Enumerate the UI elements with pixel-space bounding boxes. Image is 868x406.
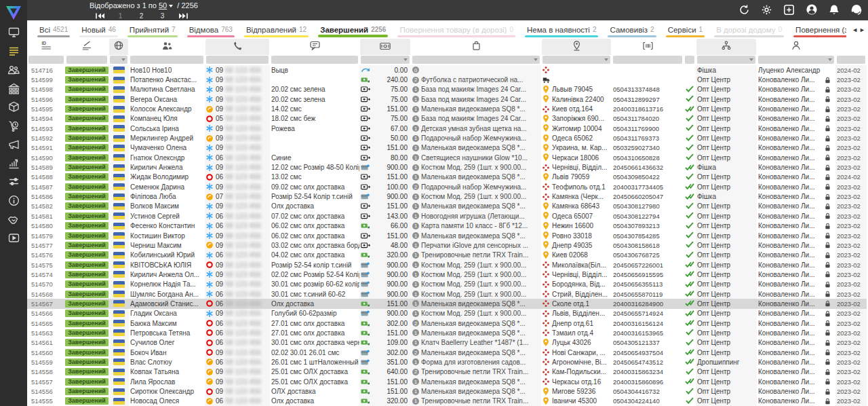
tab-самовивіз[interactable]: Самовивіз2 — [603, 20, 660, 39]
notifications-bell-icon[interactable] — [829, 4, 840, 16]
page-button-1[interactable]: 1 — [110, 12, 131, 20]
sidebar-item-orders[interactable] — [0, 43, 27, 62]
tab-прийнятий[interactable]: Прийнятий7 — [123, 20, 182, 39]
order-row-514586[interactable]: 514586ЗавершенийФіліпова Люба0758 123 45… — [27, 191, 868, 201]
order-row-514556[interactable]: 514556ЗавершенийСиротюк Олександр0958 12… — [27, 386, 868, 396]
sidebar-item-info[interactable] — [0, 193, 27, 212]
filter-sum-input[interactable] — [361, 56, 410, 64]
settings-gear-icon[interactable] — [761, 4, 772, 16]
order-row-514580[interactable]: 514580ЗавершенийФесенко Константин0658 1… — [27, 221, 868, 231]
order-row-514568[interactable]: 514568ЗавершенийШумляс Богдана Ан...0658… — [27, 289, 868, 299]
column-header-source[interactable] — [696, 39, 756, 55]
order-row-514555[interactable]: 514555ЗавершенийНовосад Олеся0658 123 45… — [27, 396, 868, 406]
sidebar-item-dashboard[interactable] — [0, 24, 27, 43]
order-row-514567[interactable]: 514567ЗавершенийАдамовский Станис...0658… — [27, 299, 868, 308]
column-header-comment[interactable] — [270, 39, 359, 55]
order-row-514566[interactable]: 514566ЗавершенийГладик Оксана0958 123 45… — [27, 309, 868, 318]
order-row-514582[interactable]: 514582ЗавершенийВолков Максим0958 123 45… — [27, 202, 868, 211]
tab-всі[interactable]: Всі4521 — [33, 20, 75, 39]
column-header-status[interactable] — [65, 39, 108, 55]
order-row-514558[interactable]: 514558ЗавершенийКовпак Татьяна0958 123 4… — [27, 367, 868, 377]
filter-delivery-input[interactable] — [542, 56, 610, 64]
profile-icon[interactable] — [806, 3, 818, 16]
order-row-514588[interactable]: 514588ЗавершенийЖидак Володимир0658 123 … — [27, 172, 868, 182]
sidebar-item-reports[interactable] — [0, 155, 27, 174]
order-row-514593[interactable]: 514593ЗавершенийСольська Ірина0958 123 4… — [27, 124, 868, 133]
tab-відмова[interactable]: Відмова763 — [182, 20, 239, 39]
filter-status-input[interactable] — [66, 56, 107, 64]
tab-сервіси[interactable]: Сервіси1 — [661, 20, 710, 39]
tab-в-дорозі-додому[interactable]: В дорозі додому0 — [709, 20, 789, 39]
order-row-514592[interactable]: 514592ЗавершенийМерклингер Андрей0958 12… — [27, 133, 868, 143]
order-row-514599[interactable]: 514599ЗавершенийПотапенко Анастас...0958… — [27, 75, 868, 84]
order-row-514595[interactable]: 514595ЗавершенийКолосок Александр0958 12… — [27, 104, 868, 113]
column-header-sum[interactable] — [360, 39, 410, 55]
sidebar-item-partners[interactable] — [0, 211, 27, 230]
filter-ttn-input[interactable] — [613, 56, 682, 64]
column-header-id[interactable]: ID — [27, 39, 65, 55]
add-order-icon[interactable] — [783, 4, 795, 16]
order-row-514577[interactable]: 514577ЗавершенийЧерниш Максим0958 123 45… — [27, 240, 868, 250]
column-header-manager[interactable] — [757, 39, 835, 55]
sidebar-item-settings[interactable] — [0, 174, 27, 193]
order-row-514579[interactable]: 514579ЗавершенийКостишин Виктор0958 123 … — [27, 231, 868, 240]
page-button-3[interactable]: 3 — [152, 12, 173, 20]
order-row-514561[interactable]: 514561ЗавершенийСучилов Олег0658 123 456… — [27, 338, 868, 348]
filter-customer-input[interactable] — [130, 56, 203, 64]
order-row-514575[interactable]: 514575ЗавершенийКВІТОВСЬКА ЮЛІЯ0958 123 … — [27, 260, 868, 270]
order-row-514587[interactable]: 514587ЗавершенийСеменюк Дарина0958 123 4… — [27, 182, 868, 191]
sidebar-item-company[interactable] — [0, 81, 27, 100]
filter-ttn-status-input[interactable] — [685, 56, 694, 64]
sidebar-item-customers[interactable] — [0, 62, 27, 81]
column-header-customer[interactable] — [129, 39, 205, 55]
order-row-514590[interactable]: 514590ЗавершенийГнатюк Олексндр0658 123 … — [27, 153, 868, 162]
filter-manager-input[interactable] — [758, 56, 834, 64]
page-size-select[interactable]: 50 — [159, 1, 167, 10]
tab-завершений[interactable]: Завершений2256 — [313, 20, 393, 39]
tab-новый[interactable]: Новый46 — [75, 20, 123, 39]
last-page-button[interactable] — [173, 13, 193, 19]
filter-product-input[interactable] — [412, 56, 540, 64]
filter-source-input[interactable] — [697, 56, 755, 64]
order-row-514594[interactable]: 514594ЗавершенийКомпанец Юля0558 123 456… — [27, 114, 868, 124]
order-row-514596[interactable]: 514596ЗавершенийВегера Оксана0958 123 45… — [27, 94, 868, 104]
order-row-514560[interactable]: 514560ЗавершенийБокоч Иван0958 123 45602… — [27, 348, 868, 357]
order-row-514565[interactable]: 514565ЗавершенийБаюка Максим0658 123 456… — [27, 318, 868, 328]
tabs-scroll-left-icon[interactable]: ◄ — [852, 26, 858, 33]
order-row-514716[interactable]: 514716ЗавершенийНов10 Нов100958 123 456В… — [27, 65, 868, 75]
first-page-button[interactable] — [90, 13, 110, 19]
order-row-514598[interactable]: 514598ЗавершенийМалютина Светлана0958 12… — [27, 85, 868, 94]
refresh-icon[interactable] — [738, 4, 750, 16]
order-row-514570[interactable]: 514570ЗавершенийКорнелюк Надія Та...0958… — [27, 280, 868, 289]
column-header-ttn-status[interactable] — [684, 39, 696, 55]
order-row-514591[interactable]: 514591ЗавершенийЧумаченко Олена0958 123 … — [27, 143, 868, 153]
tab-повернення-завершений-[interactable]: Повернення (завершений)125 — [789, 20, 846, 39]
filter-date-input[interactable] — [837, 56, 865, 64]
filter-country-input[interactable] — [110, 56, 127, 64]
filter-comment-input[interactable] — [271, 56, 358, 64]
page-button-2[interactable]: 2 — [131, 12, 152, 20]
column-header-delivery[interactable] — [542, 39, 611, 55]
column-header-country[interactable] — [109, 39, 128, 55]
tab-нема-в-наявності[interactable]: Нема в наявності2 — [520, 20, 603, 39]
sidebar-item-purchases[interactable] — [0, 118, 27, 137]
column-header-date[interactable] — [835, 39, 867, 55]
support-headset-icon[interactable] — [850, 4, 863, 16]
column-header-product[interactable] — [411, 39, 541, 55]
app-logo-icon[interactable] — [5, 1, 22, 24]
order-row-514557[interactable]: 514557ЗавершенийЛила Ярослав0958 123 456… — [27, 377, 868, 386]
sidebar-item-videos[interactable] — [0, 230, 27, 249]
column-header-phone[interactable] — [205, 39, 269, 55]
filter-id-input[interactable] — [28, 56, 64, 64]
tab-відправлений[interactable]: Відправлений12 — [239, 20, 313, 39]
filter-phone-input[interactable] — [206, 56, 269, 64]
order-row-514576[interactable]: 514576ЗавершенийКобилинський Юрий0658 12… — [27, 251, 868, 260]
tabs-scroll-right-icon[interactable]: ► — [859, 26, 865, 33]
sidebar-item-marketing[interactable] — [0, 136, 27, 155]
column-header-ttn[interactable] — [612, 39, 684, 55]
tab-повернення-товару-в-дорозі-[interactable]: Повернення товару (в дорозі)0 — [393, 20, 520, 39]
order-row-514589[interactable]: 514589ЗавершенийКирилич Анжела0958 123 4… — [27, 162, 868, 172]
sidebar-item-products[interactable] — [0, 99, 27, 118]
order-row-514574[interactable]: 514574ЗавершенийКирилич Анжела Ол...0958… — [27, 270, 868, 279]
order-row-514581[interactable]: 514581ЗавершенийУстинов Сергей0658 123 4… — [27, 211, 868, 221]
